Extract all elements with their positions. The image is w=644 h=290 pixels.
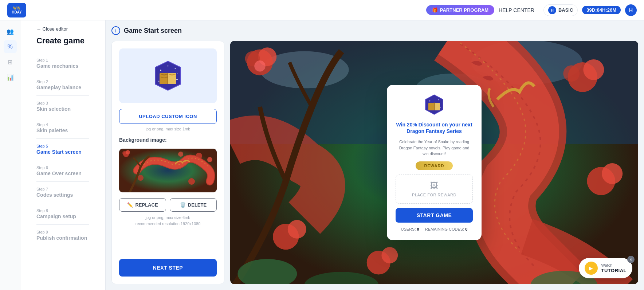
- pencil-icon: ✏️: [127, 202, 133, 208]
- upload-icon-button[interactable]: UPLOAD CUSTOM ICON: [119, 109, 217, 124]
- close-tutorial-button[interactable]: ×: [627, 256, 635, 263]
- page-title: Create game: [28, 36, 98, 53]
- help-center-link[interactable]: HELP CENTER: [499, 7, 534, 13]
- delete-button[interactable]: 🗑️ DELETE: [170, 198, 217, 212]
- svg-rect-47: [434, 103, 440, 110]
- card-subtitle: Celebrate the Year of Snake by reading D…: [396, 139, 473, 157]
- watch-tutorial-widget[interactable]: × ▶ Watch TUTORIAL: [579, 258, 632, 278]
- hex-icon-preview: [152, 59, 184, 92]
- step-item-4[interactable]: Step 4 Skin palettes: [36, 117, 89, 139]
- svg-point-13: [126, 150, 130, 154]
- step-item-2[interactable]: Step 2 Gameplay balance: [36, 74, 89, 96]
- start-game-button[interactable]: START GAME: [396, 208, 473, 223]
- timer-badge: 39D:04H:26M: [582, 6, 621, 14]
- codes-label: REMAINING CODES: 0: [425, 227, 468, 231]
- reward-bar: REWARD: [416, 161, 453, 170]
- svg-point-43: [438, 99, 439, 100]
- content-area: i Game Start screen: [106, 20, 644, 290]
- svg-point-5: [168, 66, 169, 67]
- step-item-8[interactable]: Step 8 Campaign setup: [36, 203, 89, 225]
- nav-divider: [539, 6, 539, 15]
- step-list: Step 1 Game mechanics Step 2 Gameplay ba…: [28, 53, 98, 246]
- panels-row: UPLOAD CUSTOM ICON jpg or png, max size …: [111, 41, 638, 284]
- partner-program-button[interactable]: 🎁 PARTNER PROGRAM: [426, 5, 494, 15]
- nav-icon-chart[interactable]: 📊: [4, 71, 17, 84]
- card-title: Win 20% Discount on your next Dragon Fan…: [396, 121, 473, 134]
- section-title: Game Start screen: [124, 27, 182, 35]
- trash-icon: 🗑️: [180, 202, 186, 208]
- partner-icon: 🎁: [432, 7, 438, 13]
- card-footer: USERS: 0 REMAINING CODES: 0: [401, 227, 468, 231]
- place-for-reward-text: PLACE FOR REWARD: [412, 193, 456, 197]
- svg-point-16: [207, 157, 212, 162]
- next-step-button[interactable]: NEXT STEP: [119, 259, 217, 277]
- preview-background: Win 20% Discount on your next Dragon Fan…: [230, 41, 638, 284]
- section-header: i Game Start screen: [111, 26, 638, 35]
- sidebar: 👥 % ⊞ 📊 ← Close editor Create game Step …: [0, 20, 106, 290]
- user-avatar[interactable]: H: [625, 4, 637, 16]
- svg-rect-48: [434, 102, 435, 110]
- svg-point-33: [288, 220, 306, 239]
- svg-rect-9: [168, 73, 176, 84]
- svg-point-35: [602, 163, 623, 184]
- nav-icon-strip: 👥 % ⊞ 📊: [0, 20, 20, 290]
- close-editor-link[interactable]: ← Close editor: [28, 26, 98, 36]
- svg-point-6: [177, 73, 178, 74]
- users-label: USERS: 0: [401, 227, 419, 231]
- sidebar-content: ← Close editor Create game Step 1 Game m…: [20, 20, 105, 290]
- reward-placeholder: 🖼 PLACE FOR REWARD: [396, 175, 473, 204]
- section-info-icon: i: [111, 26, 120, 35]
- svg-point-1: [160, 70, 161, 71]
- nav-icon-users[interactable]: 👥: [4, 25, 17, 38]
- game-card-overlay: Win 20% Discount on your next Dragon Fan…: [387, 85, 482, 240]
- plan-badge: H BASIC: [543, 4, 578, 16]
- nav-icon-percent[interactable]: %: [4, 40, 17, 53]
- svg-point-2: [175, 68, 176, 69]
- svg-point-14: [122, 151, 126, 155]
- replace-button[interactable]: ✏️ REPLACE: [119, 198, 166, 212]
- bg-preview: [119, 149, 217, 192]
- svg-point-30: [583, 59, 604, 80]
- main-layout: 👥 % ⊞ 📊 ← Close editor Create game Step …: [0, 20, 644, 290]
- svg-rect-10: [168, 72, 168, 84]
- action-buttons: ✏️ REPLACE 🗑️ DELETE: [119, 198, 217, 212]
- top-navigation: WINHDAY 🎁 PARTNER PROGRAM HELP CENTER H …: [0, 0, 644, 20]
- upload-hint: jpg or png, max size 1mb: [119, 127, 217, 131]
- svg-point-18: [188, 178, 195, 185]
- step-item-1[interactable]: Step 1 Game mechanics: [36, 53, 89, 74]
- svg-rect-46: [428, 103, 434, 110]
- step-item-6[interactable]: Step 6 Game Over screen: [36, 160, 89, 182]
- svg-point-37: [381, 247, 398, 263]
- svg-point-42: [429, 101, 431, 102]
- step-item-9[interactable]: Step 9 Publish confirmation: [36, 225, 89, 246]
- svg-point-17: [138, 175, 144, 181]
- step-item-3[interactable]: Step 3 Skin selection: [36, 96, 89, 117]
- svg-point-28: [254, 60, 266, 72]
- bg-section-label: Background image:: [119, 137, 217, 143]
- tutorial-text: Watch TUTORIAL: [601, 263, 627, 273]
- svg-point-19: [178, 152, 183, 157]
- bg-hints: jpg or png, max size 6mb recommended res…: [119, 215, 217, 227]
- step-item-5[interactable]: Step 5 Game Start screen: [36, 139, 89, 160]
- bg-preview-inner: [119, 149, 217, 192]
- svg-point-4: [158, 81, 160, 82]
- icon-preview-area: [119, 48, 217, 103]
- right-preview-panel: Win 20% Discount on your next Dragon Fan…: [230, 41, 638, 284]
- left-panel: UPLOAD CUSTOM ICON jpg or png, max size …: [111, 41, 224, 284]
- image-icon: 🖼: [430, 181, 438, 191]
- step-item-7[interactable]: Step 7 Codes settings: [36, 182, 89, 203]
- logo: WINHDAY: [7, 3, 26, 17]
- plan-icon: H: [548, 6, 556, 14]
- svg-rect-8: [160, 73, 168, 84]
- nav-icon-layers[interactable]: ⊞: [4, 55, 17, 68]
- play-icon: ▶: [585, 262, 598, 275]
- svg-point-31: [563, 65, 580, 82]
- svg-point-3: [176, 79, 178, 80]
